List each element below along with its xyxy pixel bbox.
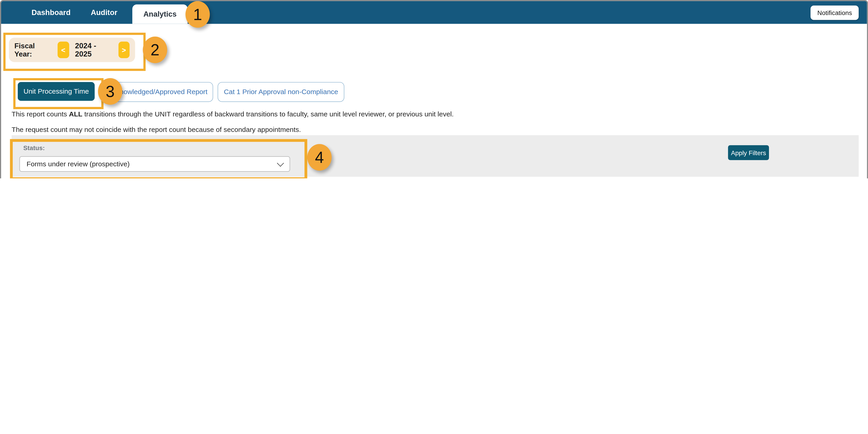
- chevron-down-icon: [277, 160, 284, 167]
- fiscal-year-label: Fiscal Year:: [14, 41, 52, 58]
- top-navigation-bar: Dashboard Auditor Analytics Notification…: [1, 1, 867, 24]
- report-description-line2: The request count may not coincide with …: [11, 126, 301, 134]
- status-select[interactable]: Forms under review (prospective): [19, 156, 290, 172]
- report-description-line1: This report counts ALL transitions throu…: [11, 110, 454, 118]
- fiscal-year-prev-button[interactable]: <: [58, 41, 69, 58]
- tab-analytics[interactable]: Analytics: [132, 4, 188, 24]
- notifications-button[interactable]: Notifications: [811, 5, 859, 20]
- status-selected-value: Forms under review (prospective): [27, 160, 130, 168]
- annotation-badge-1: 1: [186, 1, 210, 28]
- app-window: Dashboard Auditor Analytics Notification…: [0, 0, 868, 178]
- tab-auditor[interactable]: Auditor: [91, 1, 118, 24]
- apply-filters-button[interactable]: Apply Filters: [728, 145, 769, 160]
- annotation-badge-2: 2: [143, 37, 167, 63]
- tab-dashboard[interactable]: Dashboard: [32, 1, 70, 24]
- status-label: Status:: [23, 145, 45, 151]
- unit-processing-time-button[interactable]: Unit Processing Time: [18, 82, 95, 101]
- fiscal-year-value: 2024 - 2025: [75, 41, 112, 58]
- fiscal-year-panel: Fiscal Year: < 2024 - 2025 >: [9, 37, 135, 62]
- annotation-badge-3: 3: [98, 78, 122, 105]
- annotation-badge-4: 4: [307, 144, 332, 171]
- cat1-prior-approval-button[interactable]: Cat 1 Prior Approval non-Compliance: [218, 82, 344, 102]
- fiscal-year-next-button[interactable]: >: [118, 41, 129, 58]
